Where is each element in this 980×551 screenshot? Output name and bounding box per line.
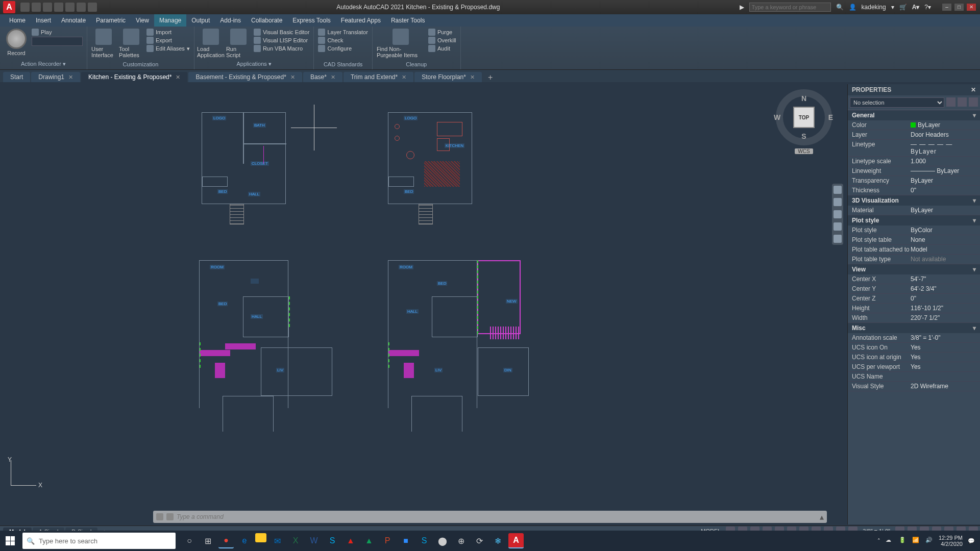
- qat-open-icon[interactable]: [32, 3, 41, 12]
- orbit-icon[interactable]: [834, 222, 842, 231]
- quick-select-icon[interactable]: [946, 97, 955, 107]
- properties-close-icon[interactable]: ✕: [971, 86, 976, 93]
- viewcube-e[interactable]: E: [828, 113, 833, 121]
- viewcube-top-face[interactable]: TOP: [793, 107, 815, 128]
- qat-new-icon[interactable]: [20, 3, 30, 12]
- viewcube-s[interactable]: S: [801, 132, 806, 140]
- zoom-icon[interactable]: ■: [398, 533, 413, 548]
- prop-value[interactable]: 220'-7 1/2": [911, 314, 976, 321]
- tab-close-icon[interactable]: ✕: [402, 74, 406, 81]
- sync-icon[interactable]: ⟳: [472, 533, 487, 548]
- close-button[interactable]: ✕: [967, 4, 976, 11]
- menu-addins[interactable]: Add-ins: [215, 14, 246, 27]
- drawing-area[interactable]: LOGO BATH CLOSET BED HALL LOGO KITCHEN B…: [0, 84, 847, 524]
- menu-parametric[interactable]: Parametric: [91, 14, 131, 27]
- run-script-button[interactable]: Run Script: [226, 29, 251, 58]
- search-icon[interactable]: 🔍: [836, 4, 844, 11]
- prop-value[interactable]: Yes: [911, 363, 976, 370]
- prop-value[interactable]: Yes: [911, 344, 976, 351]
- volume-icon[interactable]: 🔊: [925, 537, 934, 545]
- cmd-customize-icon[interactable]: [166, 513, 174, 520]
- tab-trim[interactable]: Trim and Extend*✕: [344, 72, 413, 82]
- section-misc[interactable]: Misc▾: [848, 323, 980, 333]
- tab-basement[interactable]: Basement - Existing & Proposed*✕: [188, 72, 302, 82]
- tool-palettes-button[interactable]: Tool Palettes: [119, 29, 143, 58]
- menu-express[interactable]: Express Tools: [287, 14, 335, 27]
- vlisp-button[interactable]: Visual LISP Editor: [254, 37, 310, 44]
- a360-icon[interactable]: A▾: [912, 4, 920, 11]
- qat-redo-icon[interactable]: [88, 3, 97, 12]
- vbe-button[interactable]: Visual Basic Editor: [254, 29, 310, 36]
- word-icon[interactable]: W: [306, 533, 322, 548]
- excel-icon[interactable]: X: [288, 533, 303, 548]
- prop-value[interactable]: ByColor: [911, 227, 976, 234]
- purge-button[interactable]: Purge: [428, 29, 456, 36]
- drive-icon[interactable]: ▲: [361, 533, 377, 548]
- tab-kitchen[interactable]: Kitchen - Existing & Proposed*✕: [81, 72, 187, 82]
- audit-button[interactable]: Audit: [428, 45, 456, 52]
- infocenter-arrow-icon[interactable]: ▶: [740, 4, 744, 11]
- panel-action-recorder[interactable]: Action Recorder ▾: [4, 60, 83, 68]
- menu-raster[interactable]: Raster Tools: [386, 14, 430, 27]
- autocad-taskbar-icon[interactable]: A: [508, 533, 524, 548]
- select-objects-icon[interactable]: [969, 97, 978, 107]
- prop-value[interactable]: 64'-2 3/4": [911, 285, 976, 292]
- prop-value[interactable]: Model: [911, 246, 976, 253]
- selection-dropdown[interactable]: No selection: [850, 97, 944, 108]
- powerpoint-icon[interactable]: P: [380, 533, 395, 548]
- menu-home[interactable]: Home: [4, 14, 31, 27]
- vba-button[interactable]: Run VBA Macro: [254, 45, 310, 52]
- cmd-history-icon[interactable]: ▴: [820, 512, 824, 522]
- play-button[interactable]: Play: [32, 29, 83, 36]
- prop-value[interactable]: Yes: [911, 354, 976, 361]
- tab-drawing1[interactable]: Drawing1✕: [31, 72, 80, 82]
- viewcube-w[interactable]: W: [774, 113, 780, 121]
- import-button[interactable]: Import: [146, 29, 190, 36]
- prop-value-material[interactable]: ByLayer: [911, 207, 976, 214]
- section-general[interactable]: General▾: [848, 110, 980, 120]
- panel-customization[interactable]: Customization: [91, 60, 190, 68]
- cmd-close-icon[interactable]: [156, 513, 163, 520]
- viewcube-n[interactable]: N: [801, 94, 806, 103]
- edge-icon[interactable]: e: [237, 533, 252, 548]
- prop-value[interactable]: None: [911, 236, 976, 243]
- start-button[interactable]: [0, 531, 20, 551]
- maximize-button[interactable]: □: [954, 4, 964, 11]
- edit-aliases-button[interactable]: Edit Aliases ▾: [146, 45, 190, 52]
- app-logo[interactable]: A: [3, 1, 15, 13]
- cortana-icon[interactable]: ○: [182, 533, 197, 548]
- settings-icon[interactable]: ❄: [490, 533, 505, 548]
- prop-value-color[interactable]: ByLayer: [911, 121, 976, 129]
- menu-annotate[interactable]: Annotate: [56, 14, 91, 27]
- tab-base[interactable]: Base*✕: [303, 72, 342, 82]
- section-view[interactable]: View▾: [848, 264, 980, 274]
- command-input[interactable]: [177, 513, 817, 520]
- prop-value-thickness[interactable]: 0": [911, 187, 976, 194]
- pan-icon[interactable]: [834, 198, 842, 206]
- tab-close-icon[interactable]: ✕: [290, 74, 295, 81]
- prop-value-linetype[interactable]: — — — — — ByLayer: [911, 141, 976, 155]
- wheel-icon[interactable]: [834, 186, 842, 194]
- check-button[interactable]: Check: [318, 37, 368, 44]
- prop-value[interactable]: 2D Wireframe: [911, 383, 976, 390]
- prop-value[interactable]: 54'-7": [911, 276, 976, 283]
- prop-value[interactable]: 116'-10 1/2": [911, 305, 976, 312]
- showmotion-icon[interactable]: [834, 235, 842, 243]
- menu-output[interactable]: Output: [186, 14, 215, 27]
- command-line[interactable]: ▴: [153, 511, 827, 523]
- skype-icon[interactable]: S: [325, 533, 340, 548]
- help-icon[interactable]: ?▾: [924, 4, 931, 11]
- configure-button[interactable]: Configure: [318, 45, 368, 52]
- camtasia-icon[interactable]: ⬤: [435, 533, 450, 548]
- menu-view[interactable]: View: [131, 14, 154, 27]
- tab-close-icon[interactable]: ✕: [331, 74, 335, 81]
- battery-icon[interactable]: 🔋: [899, 537, 907, 545]
- outlook-icon[interactable]: ✉: [270, 533, 285, 548]
- prop-value[interactable]: 0": [911, 295, 976, 302]
- qat-undo-icon[interactable]: [77, 3, 86, 12]
- app-icon[interactable]: ⊕: [453, 533, 469, 548]
- qat-save-icon[interactable]: [43, 3, 52, 12]
- infocenter-search[interactable]: [749, 3, 831, 12]
- menu-featured[interactable]: Featured Apps: [336, 14, 386, 27]
- export-button[interactable]: Export: [146, 37, 190, 44]
